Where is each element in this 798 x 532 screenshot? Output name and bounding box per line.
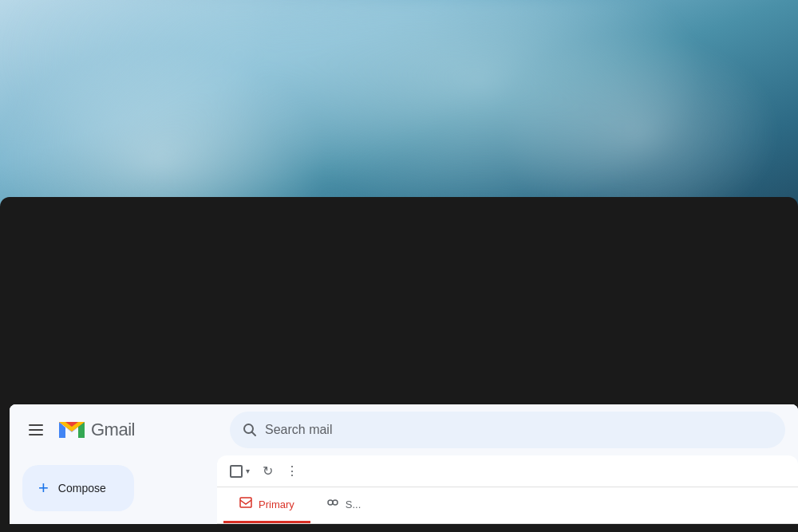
sidebar: + Compose Inbox 152	[10, 455, 217, 524]
topbar: Gmail Search mail	[10, 404, 798, 455]
gmail-logo: Gmail	[57, 419, 135, 441]
gmail-ui: Gmail Search mail	[10, 404, 798, 524]
social-tab-icon	[326, 497, 339, 511]
svg-point-11	[333, 500, 338, 505]
hamburger-line	[29, 429, 43, 431]
svg-line-6	[252, 432, 256, 436]
tabs-bar: Primary S...	[217, 487, 798, 524]
topbar-left: Gmail	[22, 418, 230, 442]
gmail-m-icon	[57, 419, 86, 441]
tab-primary[interactable]: Primary	[223, 487, 310, 523]
hamburger-line	[29, 424, 43, 426]
search-bar[interactable]: Search mail	[230, 412, 785, 448]
tab-social[interactable]: S...	[310, 487, 377, 523]
select-dropdown-caret[interactable]: ▾	[246, 467, 250, 475]
laptop-bezel: Gmail Search mail	[0, 197, 798, 532]
svg-point-10	[328, 500, 333, 505]
select-checkbox-area[interactable]: ▾	[230, 465, 250, 478]
search-placeholder-text: Search mail	[265, 423, 332, 437]
main-content: + Compose Inbox 152	[10, 455, 798, 524]
hamburger-menu-button[interactable]	[22, 418, 49, 442]
search-magnifier-icon	[243, 423, 257, 437]
primary-tab-label: Primary	[259, 499, 294, 510]
hamburger-line	[29, 434, 43, 435]
svg-rect-9	[240, 498, 251, 507]
screen: Gmail Search mail	[10, 404, 798, 524]
select-all-checkbox[interactable]	[230, 465, 243, 478]
social-tab-label: S...	[346, 499, 361, 510]
primary-tab-icon	[239, 497, 252, 511]
email-area: ▾ ↻ ⋮	[217, 455, 798, 524]
refresh-button[interactable]: ↻	[263, 463, 273, 479]
email-toolbar: ▾ ↻ ⋮	[217, 455, 798, 487]
compose-button[interactable]: + Compose	[22, 465, 134, 511]
more-options-button[interactable]: ⋮	[286, 463, 298, 479]
compose-plus-icon: +	[38, 478, 49, 499]
gmail-wordmark: Gmail	[91, 420, 135, 440]
compose-label: Compose	[58, 482, 106, 495]
search-icon	[243, 423, 257, 437]
